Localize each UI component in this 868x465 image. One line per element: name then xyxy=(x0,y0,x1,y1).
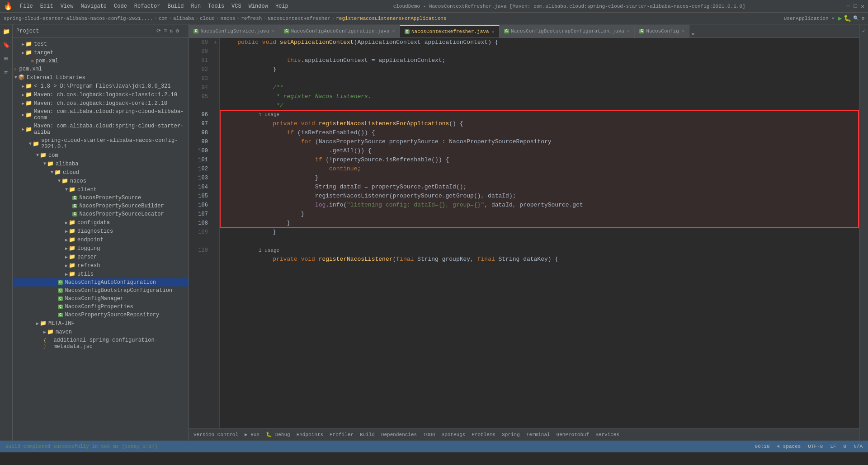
tree-item-meta-inf[interactable]: ▶ 📁 META-INF xyxy=(13,319,189,328)
menu-help[interactable]: Help xyxy=(272,1,292,11)
tree-item-nacos-config-props[interactable]: C NacosConfigProperties xyxy=(13,303,189,311)
tab-close-icon[interactable]: ✕ xyxy=(492,29,495,34)
tab-nacos-config-auto[interactable]: C NacosConfigAutoConfiguration.java ✕ xyxy=(279,25,400,38)
tree-item-pomxml-inner[interactable]: m pom.xml xyxy=(13,57,189,65)
dependencies-tool[interactable]: Dependencies xyxy=(378,431,420,438)
tab-nacos-config-short[interactable]: C NacosConfig ✕ xyxy=(635,25,689,38)
tree-item-ext-libs[interactable]: ▼ 📦 External Libraries xyxy=(13,73,189,82)
menu-edit[interactable]: Edit xyxy=(37,1,57,11)
menu-code[interactable]: Code xyxy=(110,1,131,11)
tree-item-nacos-prop-source-builder[interactable]: C NacosPropertySourceBuilder xyxy=(13,202,189,210)
code-content[interactable]: public void setApplicationContext(Applic… xyxy=(220,38,859,428)
tree-item-alibaba-comm[interactable]: ▶ 📁 Maven: com.alibaba.cloud:spring-clou… xyxy=(13,108,189,122)
breadcrumb-com[interactable]: com xyxy=(159,16,168,21)
line-col-indicator[interactable]: 96:18 xyxy=(755,444,770,449)
debug-tool[interactable]: 🐛 Debug xyxy=(263,431,293,438)
profiler-tool[interactable]: Profiler xyxy=(327,431,356,438)
debug-button[interactable]: 🐛 xyxy=(844,14,851,22)
tree-item-alibaba-starter[interactable]: ▶ 📁 Maven: com.alibaba.cloud:spring-clou… xyxy=(13,122,189,136)
line-separator-indicator[interactable]: LF xyxy=(830,444,836,449)
run-button[interactable]: ▶ xyxy=(838,14,842,22)
collapse-icon[interactable]: ≡ xyxy=(164,28,167,34)
tree-item-jdk[interactable]: ▶ 📁 < 1.8 > D:\Program Files\Java\jdk1.8… xyxy=(13,82,189,90)
gen-protobuf-tool[interactable]: GenProtobuf xyxy=(554,431,592,438)
tree-item-refresh[interactable]: ▶ 📁 refresh xyxy=(13,261,189,270)
minimize-button[interactable]: ─ xyxy=(847,3,850,10)
close-button[interactable]: ✕ xyxy=(861,3,864,10)
tree-item-nacos-pkg[interactable]: ▼ 📁 nacos xyxy=(13,177,189,185)
indent-indicator[interactable]: 4 spaces xyxy=(777,444,801,449)
menu-window[interactable]: Window xyxy=(245,1,272,11)
breadcrumb-alibaba[interactable]: alibaba xyxy=(173,16,194,21)
bookmarks-icon[interactable]: 🔖 xyxy=(3,42,10,49)
tree-item-alibaba-pkg[interactable]: ▼ 📁 alibaba xyxy=(13,160,189,168)
menu-refactor[interactable]: Refactor xyxy=(131,1,164,11)
project-icon[interactable]: 📁 xyxy=(3,28,10,35)
minimize-tree-icon[interactable]: ─ xyxy=(182,28,185,34)
tree-item-diagnostics[interactable]: ▶ 📁 diagnostics xyxy=(13,227,189,235)
tab-close-icon[interactable]: ✕ xyxy=(682,28,684,34)
tree-item-additional-spring[interactable]: { } additional-spring-configuration-meta… xyxy=(13,336,189,351)
tree-item-logback-core[interactable]: ▶ 📁 Maven: ch.qos.logback:logback-core:1… xyxy=(13,99,189,108)
menu-build[interactable]: Build xyxy=(164,1,187,11)
tree-item-test[interactable]: ▶ 📁 test xyxy=(13,40,189,48)
spotbugs-tool[interactable]: SpotBugs xyxy=(439,431,468,438)
version-control-tool[interactable]: Version Control xyxy=(191,431,241,438)
tree-item-com[interactable]: ▼ 📁 com xyxy=(13,151,189,160)
breadcrumb-cloud[interactable]: cloud xyxy=(200,16,215,21)
problems-tool[interactable]: Problems xyxy=(469,431,498,438)
tree-item-cloud-pkg[interactable]: ▼ 📁 cloud xyxy=(13,168,189,177)
structure-icon[interactable]: ⊞ xyxy=(5,55,8,62)
encoding-indicator[interactable]: UTF-8 xyxy=(808,444,823,449)
tab-nacos-context-refresher[interactable]: C NacosContextRefresher.java ✕ xyxy=(400,25,500,38)
tab-nacos-config-service[interactable]: C NacosConfigService.java ✕ xyxy=(189,25,279,38)
menu-file[interactable]: File xyxy=(16,1,37,11)
tab-nacos-config-bootstrap[interactable]: C NacosConfigBootstrapConfiguration.java… xyxy=(500,25,635,38)
tree-item-nacos-config-auto[interactable]: C NacosConfigAutoConfiguration xyxy=(13,278,189,287)
tree-item-configdata[interactable]: ▶ 📁 configdata xyxy=(13,218,189,227)
pull-requests-icon[interactable]: ⇄ xyxy=(5,69,8,76)
breadcrumb-nacos[interactable]: nacos xyxy=(221,16,236,21)
tree-item-logging[interactable]: ▶ 📁 logging xyxy=(13,244,189,253)
tab-close-icon[interactable]: ✕ xyxy=(392,28,395,34)
todo-tool[interactable]: TODO xyxy=(420,431,438,438)
breadcrumb-project[interactable]: spring-cloud-starter-alibaba-nacos-confi… xyxy=(4,16,153,21)
right-icon-1[interactable]: ✓ xyxy=(861,28,867,34)
search-icon[interactable]: 🔍 xyxy=(853,15,859,21)
tree-item-client-pkg[interactable]: ▼ 📁 client xyxy=(13,185,189,194)
tab-close-icon[interactable]: ✕ xyxy=(627,28,630,34)
endpoints-tool[interactable]: Endpoints xyxy=(294,431,326,438)
maximize-button[interactable]: □ xyxy=(854,3,857,10)
tree-item-logback-classic[interactable]: ▶ 📁 Maven: ch.qos.logback:logback-classi… xyxy=(13,90,189,99)
tree-item-nacos-config-manager[interactable]: C NacosConfigManager xyxy=(13,295,189,303)
tree-item-endpoint[interactable]: ▶ 📁 endpoint xyxy=(13,235,189,244)
tree-item-pomxml[interactable]: m pom.xml xyxy=(13,65,189,73)
menu-navigate[interactable]: Navigate xyxy=(77,1,110,11)
menu-vcs[interactable]: VCS xyxy=(228,1,245,11)
tree-item-nacos-config-bootstrap[interactable]: C NacosConfigBootstrapConfiguration xyxy=(13,287,189,295)
sort-icon[interactable]: ⇅ xyxy=(170,28,173,34)
breadcrumb-refresh[interactable]: refresh xyxy=(241,16,262,21)
more-tabs-icon[interactable]: » xyxy=(691,31,695,38)
services-tool[interactable]: Services xyxy=(593,431,622,438)
terminal-tool[interactable]: Terminal xyxy=(524,431,553,438)
tree-item-nacos-prop-source-repo[interactable]: C NacosPropertySourceRepository xyxy=(13,311,189,319)
breadcrumb-method[interactable]: registerNacosListenersForApplications xyxy=(336,16,446,21)
tab-close-icon[interactable]: ✕ xyxy=(272,28,274,34)
tree-item-utils[interactable]: ▶ 📁 utils xyxy=(13,270,189,278)
tree-item-target[interactable]: ▶ 📁 target xyxy=(13,48,189,57)
settings-icon[interactable]: ⚙ xyxy=(861,15,864,21)
spring-tool[interactable]: Spring xyxy=(499,431,523,438)
tree-item-nacos-prop-source-locator[interactable]: C NacosPropertySourceLocator xyxy=(13,210,189,218)
tree-item-maven-folder[interactable]: ▶ 📁 maven xyxy=(13,328,189,336)
tree-item-nacos-config[interactable]: ▼ 📁 spring-cloud-starter-alibaba-nacos-c… xyxy=(13,136,189,151)
menu-view[interactable]: View xyxy=(57,1,77,11)
run-tool[interactable]: ▶ Run xyxy=(242,431,262,438)
tree-item-parser[interactable]: ▶ 📁 parser xyxy=(13,253,189,261)
menu-tools[interactable]: Tools xyxy=(204,1,228,11)
breadcrumb-class[interactable]: NacosContextRefresher xyxy=(268,16,330,21)
settings-tree-icon[interactable]: ⚙ xyxy=(176,28,179,34)
run-config[interactable]: UserApplication ▾ xyxy=(784,15,835,21)
sync-icon[interactable]: ⟳ xyxy=(156,28,161,34)
build-tool[interactable]: Build xyxy=(357,431,377,438)
